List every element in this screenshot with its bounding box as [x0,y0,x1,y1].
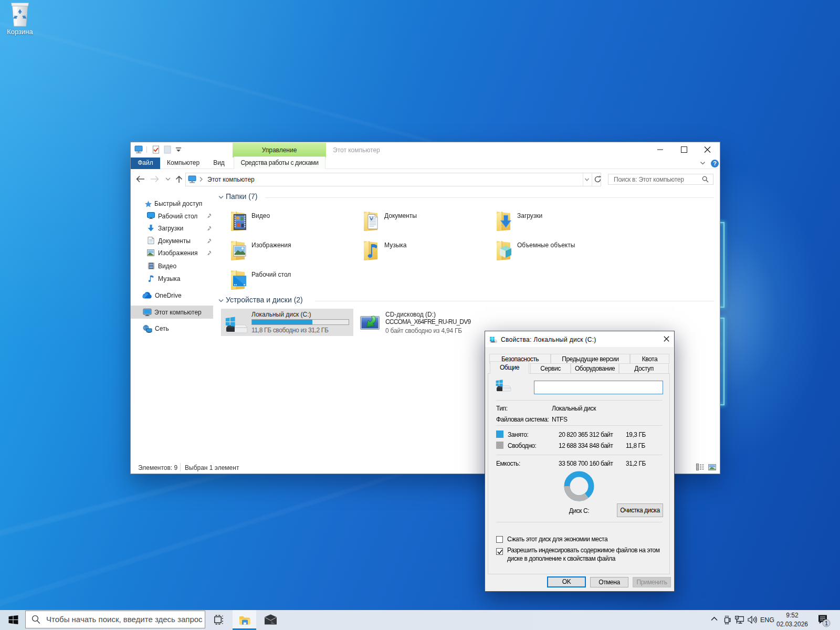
svg-text:1: 1 [825,620,828,626]
